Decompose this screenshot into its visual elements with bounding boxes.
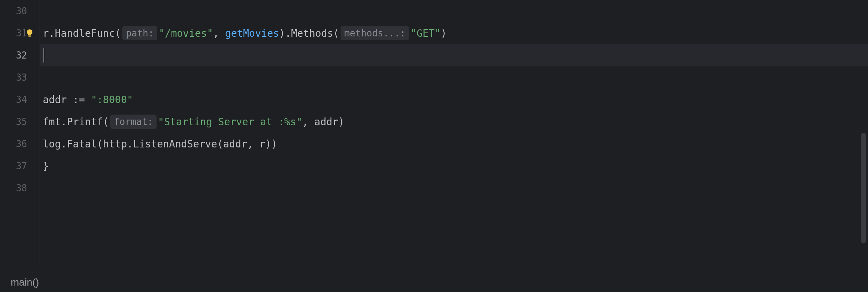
token-punct: . [127,138,133,150]
token-identifier: log [43,138,61,150]
token-punct: ) [279,27,285,39]
code-line[interactable] [40,177,868,199]
scrollbar-thumb[interactable] [861,133,866,243]
token-punct: ) [338,116,344,128]
token-method: Methods [291,27,333,39]
token-identifier: r [259,138,265,150]
inlay-hint: path: [122,26,157,40]
code-line-active[interactable] [40,44,868,66]
token-punct: , [247,138,253,150]
bulb-icon[interactable] [24,27,35,39]
token-punct: ( [115,27,121,39]
gutter-line-number: 36 [0,133,40,155]
token-punct: . [61,116,67,128]
code-line[interactable]: r.HandleFunc(path:"/movies", getMovies).… [40,22,868,44]
token-identifier: addr [314,116,338,128]
token-string: "/movies" [159,27,213,39]
token-punct: ( [97,138,103,150]
token-space [85,94,91,106]
breadcrumb-item[interactable]: main() [11,277,39,288]
token-operator: := [73,94,85,106]
token-method: Fatal [67,138,97,150]
breadcrumb-bar[interactable]: main() [0,272,868,292]
gutter-line-number: 37 [0,155,40,177]
token-identifier: addr [223,138,247,150]
token-space [253,138,259,150]
code-line[interactable]: log.Fatal(http.ListenAndServe(addr, r)) [40,133,868,155]
token-punct: ( [217,138,223,150]
code-editor[interactable]: 30 31 32 33 34 35 36 37 38 r.HandleFunc(… [0,0,868,265]
token-identifier: r [43,27,49,39]
gutter-line-number: 38 [0,177,40,199]
gutter-line-number: 32 [0,44,40,66]
token-space [219,27,225,39]
token-punct: . [61,138,67,150]
token-punct: . [49,27,55,39]
token-punct: , [302,116,308,128]
token-identifier: http [103,138,127,150]
token-punct: ) [271,138,277,150]
token-space [67,94,73,106]
token-space [308,116,314,128]
code-line[interactable] [40,66,868,89]
token-function-ref: getMovies [225,27,279,39]
token-punct: ) [441,27,447,39]
code-line[interactable]: addr := ":8000" [40,89,868,111]
gutter-line-number: 34 [0,89,40,111]
code-line[interactable]: fmt.Printf(format:"Starting Server at :%… [40,111,868,133]
gutter-line-number: 30 [0,0,40,22]
code-area[interactable]: r.HandleFunc(path:"/movies", getMovies).… [40,0,868,265]
token-string: ":8000" [91,94,133,106]
token-identifier: fmt [43,116,61,128]
token-brace: } [43,160,49,172]
text-cursor [44,48,44,62]
gutter: 30 31 32 33 34 35 36 37 38 [0,0,40,265]
token-punct: . [285,27,291,39]
inlay-hint: format: [110,115,157,129]
token-punct: ) [265,138,271,150]
token-punct: ( [103,116,109,128]
inlay-hint: methods...: [341,26,409,40]
token-punct: , [213,27,219,39]
token-identifier: addr [43,94,67,106]
code-line[interactable]: } [40,155,868,177]
token-method: HandleFunc [55,27,115,39]
token-string: "Starting Server at :%s" [158,116,302,128]
token-method: Printf [67,116,103,128]
gutter-line-number: 33 [0,66,40,89]
scrollbar-track[interactable] [859,0,866,265]
token-punct: ( [333,27,339,39]
gutter-line-number: 35 [0,111,40,133]
token-string: "GET" [410,27,440,39]
token-method: ListenAndServe [133,138,217,150]
code-line[interactable] [40,0,868,22]
